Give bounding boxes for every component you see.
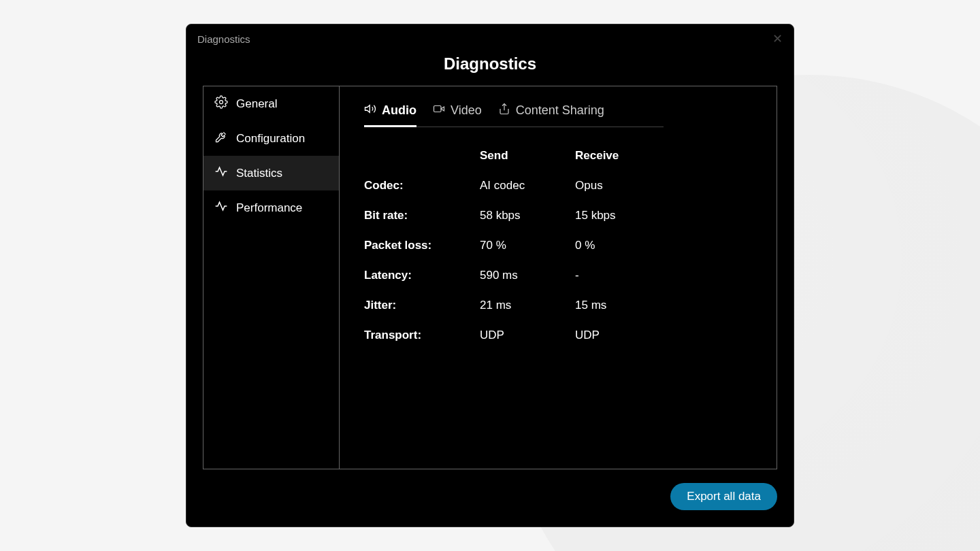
- svg-rect-2: [434, 106, 442, 112]
- svg-point-0: [220, 101, 223, 104]
- row-send-value: UDP: [480, 329, 575, 342]
- sidebar-item-label: General: [236, 97, 277, 111]
- row-label: Latency:: [364, 269, 480, 282]
- svg-marker-1: [365, 105, 370, 113]
- row-receive-value: 15 kbps: [575, 209, 657, 222]
- dialog-footer: Export all data: [186, 469, 794, 527]
- row-receive-value: -: [575, 269, 657, 282]
- row-receive-value: 0 %: [575, 239, 657, 252]
- sidebar-item-statistics[interactable]: Statistics: [203, 156, 339, 190]
- close-icon[interactable]: ✕: [772, 31, 783, 46]
- stats-table: Send Receive Codec: AI codec Opus Bit ra…: [364, 149, 664, 342]
- column-header-send: Send: [480, 149, 575, 163]
- row-label: Bit rate:: [364, 209, 480, 222]
- diagnostics-dialog: Diagnostics ✕ Diagnostics General Config…: [186, 24, 794, 527]
- tab-audio[interactable]: Audio: [364, 103, 416, 127]
- row-label: Codec:: [364, 179, 480, 193]
- row-receive-value: UDP: [575, 329, 657, 342]
- tab-bar: Audio Video Content Sharing: [364, 103, 664, 127]
- row-label: Packet loss:: [364, 239, 480, 252]
- tab-label: Video: [451, 103, 482, 118]
- row-label: Transport:: [364, 329, 480, 342]
- titlebar-label: Diagnostics: [197, 33, 250, 45]
- table-row: Packet loss: 70 % 0 %: [364, 239, 664, 252]
- activity-icon: [214, 199, 228, 216]
- tab-label: Content Sharing: [516, 103, 604, 118]
- svg-marker-3: [441, 107, 444, 111]
- gear-icon: [214, 95, 228, 112]
- speaker-icon: [364, 103, 376, 118]
- sidebar-item-performance[interactable]: Performance: [203, 190, 339, 225]
- sidebar-item-label: Statistics: [236, 167, 282, 180]
- tab-video[interactable]: Video: [433, 103, 482, 127]
- dialog-body: General Configuration Statistics Perform…: [203, 86, 777, 469]
- row-send-value: 70 %: [480, 239, 575, 252]
- row-receive-value: 15 ms: [575, 299, 657, 312]
- table-row: Transport: UDP UDP: [364, 329, 664, 342]
- video-icon: [433, 103, 445, 118]
- sidebar-item-label: Configuration: [236, 132, 305, 146]
- tab-label: Audio: [382, 103, 416, 118]
- row-send-value: 590 ms: [480, 269, 575, 282]
- sidebar-item-configuration[interactable]: Configuration: [203, 121, 339, 156]
- table-row: Codec: AI codec Opus: [364, 179, 664, 193]
- table-row: Latency: 590 ms -: [364, 269, 664, 282]
- sidebar-item-general[interactable]: General: [203, 86, 339, 121]
- row-send-value: 21 ms: [480, 299, 575, 312]
- table-row: Jitter: 21 ms 15 ms: [364, 299, 664, 312]
- share-icon: [498, 103, 510, 118]
- content-panel: Audio Video Content Sharing: [340, 86, 777, 469]
- row-receive-value: Opus: [575, 179, 657, 193]
- row-send-value: AI codec: [480, 179, 575, 193]
- dialog-title: Diagnostics: [186, 54, 794, 73]
- row-label: Jitter:: [364, 299, 480, 312]
- column-header-receive: Receive: [575, 149, 657, 163]
- row-send-value: 58 kbps: [480, 209, 575, 222]
- activity-icon: [214, 165, 228, 182]
- tab-content-sharing[interactable]: Content Sharing: [498, 103, 604, 127]
- sidebar-item-label: Performance: [236, 201, 302, 215]
- tools-icon: [214, 130, 228, 147]
- sidebar: General Configuration Statistics Perform…: [203, 86, 340, 469]
- table-row: Bit rate: 58 kbps 15 kbps: [364, 209, 664, 222]
- table-header-row: Send Receive: [364, 149, 664, 163]
- export-all-data-button[interactable]: Export all data: [670, 483, 777, 510]
- titlebar: Diagnostics ✕: [186, 24, 794, 49]
